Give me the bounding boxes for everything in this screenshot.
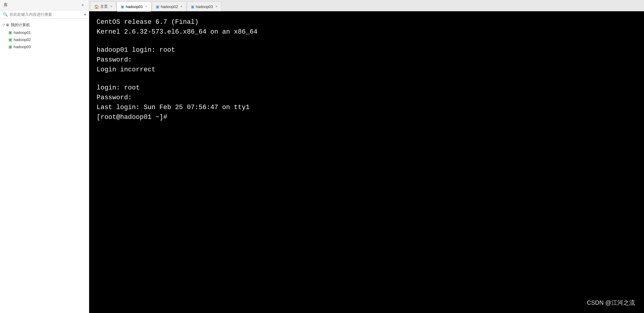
sidebar-item-my-computer[interactable]: ▽ 🖥 我的计算机	[0, 21, 89, 29]
tab-hadoop01-label: hadoop01	[126, 4, 143, 9]
terminal-line-7: login: root	[97, 83, 637, 93]
tab-hadoop02-icon: ▣	[156, 4, 159, 9]
sidebar-header: 库 ×	[0, 0, 89, 10]
search-dropdown-arrow[interactable]: ▾	[84, 12, 86, 17]
terminal-line-9: Last login: Sun Feb 25 07:56:47 on tty1	[97, 103, 637, 112]
server-icon-hadoop02: ▣	[8, 37, 12, 42]
sidebar-children: ▣ hadoop01 ▣ hadoop02 ▣ hadoop03	[0, 29, 89, 50]
server-icon-hadoop03: ▣	[8, 44, 12, 49]
terminal-blank-2	[97, 75, 637, 83]
tab-hadoop02-label: hadoop02	[161, 4, 178, 9]
tab-hadoop02-close[interactable]: ×	[180, 5, 182, 8]
tab-home-label: 主页	[100, 4, 108, 9]
computer-icon: 🖥	[6, 23, 9, 27]
terminal-blank-1	[97, 37, 637, 45]
terminal-line-1: Kernel 2.6.32-573.el6.x86_64 on an x86_6…	[97, 27, 637, 37]
sidebar-item-hadoop01[interactable]: ▣ hadoop01	[6, 29, 89, 36]
sidebar-item-hadoop03[interactable]: ▣ hadoop03	[6, 43, 89, 50]
sidebar-title: 库	[4, 2, 8, 8]
tab-hadoop01[interactable]: ▣ hadoop01 ×	[117, 1, 151, 12]
hadoop02-label: hadoop02	[14, 37, 31, 42]
tab-bar: 🏠 主页 × ▣ hadoop01 × ▣ hadoop02 × ▣ hadoo…	[89, 0, 644, 11]
search-icon: 🔍	[3, 12, 8, 17]
tab-hadoop01-icon: ▣	[121, 4, 124, 9]
watermark: CSDN @江河之流	[587, 298, 635, 307]
search-input[interactable]	[10, 12, 84, 17]
sidebar-item-hadoop02[interactable]: ▣ hadoop02	[6, 36, 89, 43]
terminal-line-4: Password:	[97, 55, 637, 65]
tab-hadoop03-label: hadoop03	[196, 4, 213, 9]
hadoop03-label: hadoop03	[14, 45, 31, 49]
terminal-line-10: [root@hadoop01 ~]#	[97, 112, 637, 122]
terminal-line-5: Login incorrect	[97, 65, 637, 75]
my-computer-label: 我的计算机	[11, 22, 30, 28]
main-area: 🏠 主页 × ▣ hadoop01 × ▣ hadoop02 × ▣ hadoo…	[89, 0, 644, 313]
terminal-area[interactable]: CentOS release 6.7 (Final) Kernel 2.6.32…	[89, 11, 644, 313]
tab-hadoop03-close[interactable]: ×	[215, 5, 218, 8]
tab-hadoop01-close[interactable]: ×	[145, 5, 147, 8]
terminal-line-0: CentOS release 6.7 (Final)	[97, 17, 637, 27]
terminal-line-3: hadoop01 login: root	[97, 45, 637, 55]
tab-home-close[interactable]: ×	[110, 5, 112, 8]
expand-icon: ▽	[2, 23, 5, 27]
terminal-line-8: Password:	[97, 93, 637, 103]
sidebar: 库 × 🔍 ▾ ▽ 🖥 我的计算机 ▣ hadoop01 ▣ hadoop02 …	[0, 0, 89, 313]
home-icon: 🏠	[94, 4, 99, 9]
sidebar-close-button[interactable]: ×	[80, 2, 85, 8]
tab-hadoop03[interactable]: ▣ hadoop03 ×	[187, 1, 221, 12]
sidebar-tree: ▽ 🖥 我的计算机 ▣ hadoop01 ▣ hadoop02 ▣ hadoop…	[0, 19, 89, 313]
sidebar-search-bar[interactable]: 🔍 ▾	[0, 10, 89, 19]
tab-home[interactable]: 🏠 主页 ×	[90, 1, 116, 12]
server-icon-hadoop01: ▣	[8, 30, 12, 35]
tab-hadoop02[interactable]: ▣ hadoop02 ×	[152, 1, 186, 12]
hadoop01-label: hadoop01	[14, 30, 31, 35]
tab-hadoop03-icon: ▣	[191, 4, 194, 9]
